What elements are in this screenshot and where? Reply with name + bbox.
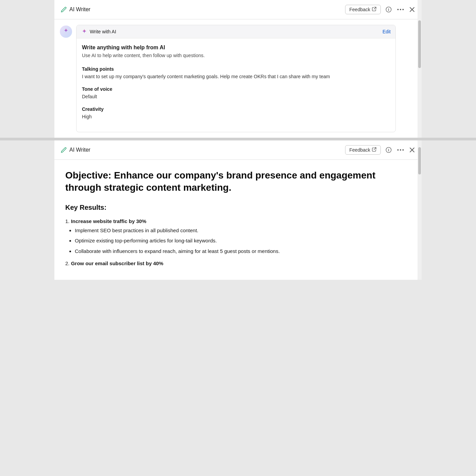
write-ai-subtext: Use AI to help write content, then follo… <box>82 53 390 58</box>
key-result-2-label: 2. Grow our email subscriber list by 40% <box>65 260 411 266</box>
bottom-header-title: AI Writer <box>69 147 90 153</box>
top-header-right: Feedback <box>345 5 415 14</box>
top-panel: AI Writer Feedback <box>54 0 422 138</box>
top-feedback-button[interactable]: Feedback <box>345 5 381 14</box>
field-value-talking-points: I want to set up my company's quarterly … <box>82 73 390 80</box>
top-panel-wrapper: AI Writer Feedback <box>54 0 422 138</box>
key-result-1-label: 1. Increase website traffic by 30% <box>65 218 411 224</box>
top-scrollbar[interactable] <box>418 0 422 138</box>
edit-link[interactable]: Edit <box>382 29 391 34</box>
field-value-creativity: High <box>82 113 390 120</box>
bottom-scrollbar[interactable] <box>418 140 422 280</box>
avatar <box>60 26 72 38</box>
svg-point-6 <box>400 149 401 151</box>
write-ai-card-header: Write with AI Edit <box>76 25 395 38</box>
top-more-button[interactable] <box>396 8 405 11</box>
external-link-icon <box>372 7 376 12</box>
write-ai-card: Write with AI Edit Write anything with h… <box>76 25 396 132</box>
field-label-creativity: Creativity <box>82 106 390 112</box>
write-ai-heading: Write anything with help from AI <box>82 45 390 51</box>
bullet-item: Implement SEO best practices in all publ… <box>75 227 411 235</box>
bottom-pencil-icon <box>61 147 67 153</box>
bottom-feedback-label: Feedback <box>350 147 370 153</box>
top-scrollbar-thumb <box>418 20 421 68</box>
pencil-icon <box>61 6 67 13</box>
bottom-header-bar: AI Writer Feedback <box>54 140 422 160</box>
key-result-2-number: 2. <box>65 260 71 266</box>
field-label-tone: Tone of voice <box>82 86 390 92</box>
bottom-panel-wrapper: AI Writer Feedback <box>54 140 422 280</box>
svg-point-2 <box>400 9 401 10</box>
bullet-item: Optimize existing top-performing article… <box>75 237 411 245</box>
svg-point-7 <box>403 149 404 151</box>
key-result-1-bullets: Implement SEO best practices in all publ… <box>65 227 411 255</box>
bottom-panel: AI Writer Feedback <box>54 140 422 280</box>
top-header-left: AI Writer <box>61 6 90 13</box>
key-result-1: 1. Increase website traffic by 30% Imple… <box>65 218 411 255</box>
svg-point-1 <box>397 9 399 10</box>
top-header-title: AI Writer <box>69 6 90 13</box>
top-header-bar: AI Writer Feedback <box>54 0 422 19</box>
field-value-tone: Default <box>82 93 390 100</box>
main-heading: Objective: Enhance our company's brand p… <box>65 169 411 194</box>
svg-point-5 <box>397 149 399 151</box>
key-result-1-bold: Increase website traffic by 30% <box>71 218 147 224</box>
svg-point-3 <box>403 9 404 10</box>
panel-divider <box>0 138 476 140</box>
key-results-heading: Key Results: <box>65 204 411 211</box>
bullet-item: Collaborate with influencers to expand r… <box>75 248 411 255</box>
write-ai-body: Write anything with help from AI Use AI … <box>76 38 395 132</box>
bottom-header-right: Feedback <box>345 145 415 155</box>
bottom-content-area: Objective: Enhance our company's brand p… <box>54 160 422 280</box>
bottom-external-link-icon <box>372 147 376 153</box>
bottom-scrollbar-thumb <box>418 147 421 174</box>
bottom-close-button[interactable] <box>409 147 415 153</box>
write-ai-title: Write with AI <box>81 29 116 35</box>
bottom-header-left: AI Writer <box>61 147 90 153</box>
top-feedback-label: Feedback <box>350 7 370 12</box>
bottom-info-button[interactable] <box>385 146 392 154</box>
top-close-button[interactable] <box>409 6 415 13</box>
field-label-talking-points: Talking points <box>82 66 390 72</box>
top-panel-content: Write with AI Edit Write anything with h… <box>54 19 422 138</box>
key-result-1-number: 1. <box>65 218 71 224</box>
key-result-2-bold: Grow our email subscriber list by 40% <box>71 260 164 266</box>
bottom-more-button[interactable] <box>396 148 405 152</box>
write-ai-panel-title: Write with AI <box>90 29 116 34</box>
bottom-feedback-button[interactable]: Feedback <box>345 145 381 155</box>
avatar-and-card-row: Write with AI Edit Write anything with h… <box>54 19 422 138</box>
key-result-2: 2. Grow our email subscriber list by 40% <box>65 260 411 266</box>
sparkle-icon <box>81 29 87 35</box>
top-info-button[interactable] <box>385 6 392 13</box>
